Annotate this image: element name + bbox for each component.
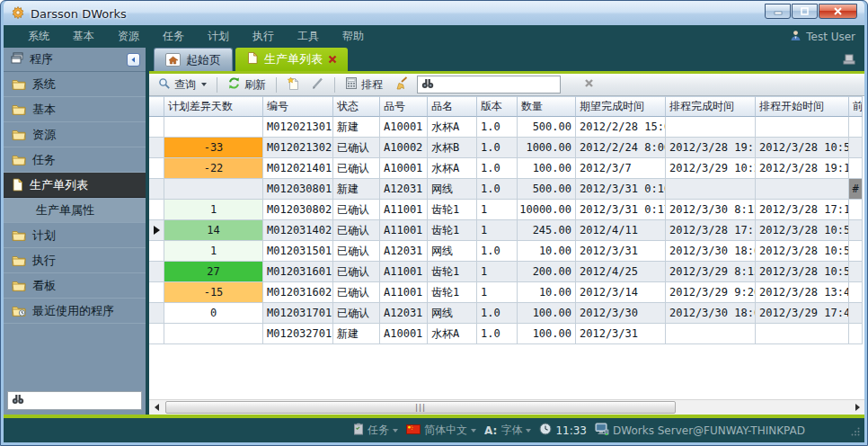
column-header-2[interactable]: 编号: [263, 96, 333, 117]
cell-diff: [164, 117, 263, 138]
new-button[interactable]: [283, 75, 304, 95]
tab-close-icon[interactable]: [328, 53, 337, 67]
tab-home[interactable]: 起始页: [154, 48, 233, 71]
table-row[interactable]: 1M012031501已确认A12031网线1.010.002012/3/312…: [149, 241, 864, 262]
row-selector-cell[interactable]: [149, 117, 164, 138]
row-selector-cell[interactable]: [149, 324, 164, 344]
column-header-0[interactable]: [149, 96, 164, 117]
menu-item-3[interactable]: 任务: [151, 25, 196, 48]
table-row[interactable]: M012032701新建A10001水杯A1.0100.002012/3/31: [149, 324, 864, 344]
column-header-3[interactable]: 状态: [333, 96, 380, 117]
sidebar-item-3[interactable]: 任务: [4, 147, 146, 173]
minimize-button[interactable]: [765, 4, 791, 19]
sidebar-list: 系统基本资源任务生产单列表生产单属性计划执行看板最近使用的程序: [4, 72, 146, 415]
user-icon: [790, 30, 802, 44]
menu-item-7[interactable]: 帮助: [331, 25, 376, 48]
resize-grip[interactable]: [851, 426, 860, 439]
column-header-6[interactable]: 版本: [477, 96, 518, 117]
pin-icon[interactable]: [842, 54, 855, 67]
menu-item-2[interactable]: 资源: [106, 25, 151, 48]
table-row[interactable]: -33M012021302已确认A10002水杯B1.01000.002012/…: [149, 138, 864, 158]
table-row[interactable]: -15M012031602已确认A11001齿轮1110.002012/3/14…: [149, 282, 864, 303]
horizontal-scrollbar[interactable]: |||: [149, 399, 864, 415]
cell-qty: 200.00: [518, 262, 576, 282]
cell-code: M012030801: [263, 179, 333, 200]
column-header-11[interactable]: 前: [849, 96, 863, 117]
row-selector-cell[interactable]: [149, 303, 164, 324]
cell-item_name: 齿轮1: [428, 262, 477, 282]
row-selector-cell[interactable]: [149, 158, 164, 179]
column-header-4[interactable]: 品号: [380, 96, 428, 117]
toolbar: 查询 刷新: [149, 74, 864, 96]
toolbar-search-clear-icon[interactable]: [584, 78, 594, 91]
cell-item_no: A10001: [380, 324, 428, 344]
sidebar-item-6[interactable]: 计划: [4, 223, 146, 248]
cell-diff: 14: [164, 220, 263, 241]
row-selector-cell[interactable]: [149, 282, 164, 303]
menu-item-0[interactable]: 系统: [16, 25, 61, 48]
cell-sched_end: 2012/3/29 8:15: [666, 262, 756, 282]
cell-sched_end: 2012/3/29 9:20: [666, 282, 756, 303]
toolbar-search-input[interactable]: [438, 78, 580, 91]
cell-item_name: 水杯A: [428, 158, 477, 179]
row-selector-cell[interactable]: [149, 220, 164, 241]
column-header-1[interactable]: 计划差异天数: [164, 96, 263, 117]
table-row[interactable]: M012021301新建A10001水杯A1.0500.002012/2/28 …: [149, 117, 864, 138]
sidebar-item-9[interactable]: 最近使用的程序: [4, 299, 146, 324]
tab-production-order-list[interactable]: 生产单列表: [235, 48, 348, 71]
menu-item-1[interactable]: 基本: [61, 25, 106, 48]
table-row[interactable]: 0M012031701已确认A12031网线1.0100.002012/3/30…: [149, 303, 864, 324]
sidebar-item-4[interactable]: 生产单列表: [4, 173, 146, 198]
row-selector-cell[interactable]: [149, 179, 164, 200]
scroll-left-arrow[interactable]: [149, 401, 164, 415]
calculator-icon: [345, 76, 358, 93]
table-row[interactable]: -22M012021401已确认A10001水杯A1.0100.002012/3…: [149, 158, 864, 179]
column-header-9[interactable]: 排程完成时间: [666, 96, 756, 117]
font-menu[interactable]: A: 字体: [484, 423, 531, 438]
menu-item-6[interactable]: 工具: [286, 25, 331, 48]
schedule-label: 排程: [361, 77, 383, 93]
scrollbar-track[interactable]: |||: [164, 401, 850, 415]
row-selector-cell[interactable]: [149, 262, 164, 282]
row-selector-cell[interactable]: [149, 200, 164, 220]
row-selector-cell[interactable]: [149, 241, 164, 262]
sidebar-item-2[interactable]: 资源: [4, 122, 146, 147]
sidebar-item-5[interactable]: 生产单属性: [4, 198, 146, 223]
menu-item-5[interactable]: 执行: [241, 25, 286, 48]
column-header-10[interactable]: 排程开始时间: [756, 96, 849, 117]
close-button[interactable]: [819, 4, 857, 19]
edit-button[interactable]: [307, 75, 328, 94]
sidebar-collapse-button[interactable]: [127, 53, 140, 67]
column-header-7[interactable]: 数量: [518, 96, 576, 117]
clean-button[interactable]: [390, 75, 412, 94]
chevron-down-icon: [393, 429, 398, 433]
cell-item_name: 水杯A: [428, 117, 477, 138]
folder-icon: [12, 229, 26, 241]
table-row[interactable]: 1M012030802已确认A11001齿轮1110000.002012/3/3…: [149, 200, 864, 220]
column-header-8[interactable]: 期望完成时间: [576, 96, 666, 117]
schedule-button[interactable]: 排程: [341, 75, 386, 94]
maximize-button[interactable]: [792, 4, 818, 19]
menu-item-4[interactable]: 计划: [196, 25, 241, 48]
scrollbar-thumb[interactable]: |||: [165, 401, 676, 414]
sidebar-item-1[interactable]: 基本: [4, 97, 146, 122]
cell-qty: 100.00: [518, 158, 576, 179]
table-row[interactable]: 27M012031601已确认A11001齿轮11200.002012/4/25…: [149, 262, 864, 282]
cell-diff: 1: [164, 241, 263, 262]
column-header-5[interactable]: 品名: [428, 96, 477, 117]
query-button[interactable]: 查询: [155, 76, 210, 94]
sidebar-item-8[interactable]: 看板: [4, 273, 146, 299]
cell-item_no: A10001: [380, 117, 428, 138]
sidebar-item-0[interactable]: 系统: [4, 72, 146, 97]
cell-qty: 100.00: [518, 324, 576, 344]
scroll-right-arrow[interactable]: [850, 401, 864, 415]
task-menu[interactable]: 任务: [353, 423, 398, 438]
row-selector-cell[interactable]: [149, 138, 164, 158]
user-info[interactable]: Test User: [790, 30, 855, 44]
table-row[interactable]: 14M012031402已确认A11001齿轮11245.002012/4/11…: [149, 220, 864, 241]
chevron-down-icon: [526, 429, 531, 433]
refresh-button[interactable]: 刷新: [224, 75, 270, 94]
sidebar-item-7[interactable]: 执行: [4, 248, 146, 273]
table-row[interactable]: M012030801新建A12031网线1.0500.002012/3/31 0…: [149, 179, 864, 200]
language-menu[interactable]: 简体中文: [406, 423, 476, 438]
